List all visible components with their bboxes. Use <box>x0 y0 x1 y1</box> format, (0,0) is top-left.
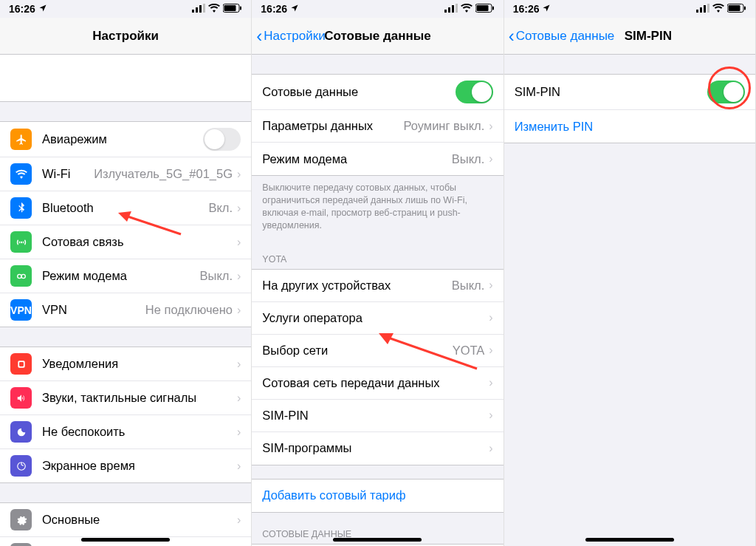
battery-icon <box>475 3 495 15</box>
row-screentime[interactable]: Экранное время › <box>0 449 251 482</box>
row-dnd[interactable]: Не беспокоить › <box>0 415 251 449</box>
label: Wi-Fi <box>42 167 94 181</box>
svg-rect-34 <box>744 7 746 10</box>
label: Авиарежим <box>42 132 203 146</box>
row-data-options[interactable]: Параметры данных Роуминг выкл. › <box>252 110 503 143</box>
label: Выбор сети <box>262 344 452 358</box>
chevron-icon: › <box>237 304 241 317</box>
row-other-devices[interactable]: На других устройствах Выкл. › <box>252 270 503 302</box>
row-change-pin[interactable]: Изменить PIN <box>504 110 755 143</box>
row-add-plan[interactable]: Добавить сотовый тариф <box>252 480 503 512</box>
chevron-icon: › <box>237 392 241 405</box>
signal-icon <box>444 3 458 15</box>
simpin-toggle[interactable] <box>707 81 745 103</box>
chevron-icon: › <box>237 270 241 283</box>
chevron-icon: › <box>489 311 492 324</box>
chevron-left-icon: ‹ <box>256 27 262 45</box>
nav-back-button[interactable]: ‹ Настройки <box>256 18 325 54</box>
nav-title: SIM-PIN <box>625 29 672 44</box>
chevron-icon: › <box>489 152 492 165</box>
group-data-usage: Текущий период 87,1 ГБ Текущий период ро… <box>252 544 503 547</box>
svg-rect-33 <box>728 5 740 11</box>
label: VPN <box>42 303 145 317</box>
row-notifications[interactable]: Уведомления › <box>0 347 251 381</box>
row-sounds[interactable]: Звуки, тактильные сигналы › <box>0 381 251 415</box>
row-carrier-services[interactable]: Услуги оператора › <box>252 302 503 335</box>
status-time: 16:26 <box>9 3 35 15</box>
chevron-icon: › <box>237 460 241 473</box>
nav-bar: ‹ Настройки Сотовые данные <box>252 18 503 55</box>
location-icon <box>290 3 299 15</box>
svg-rect-6 <box>240 7 241 10</box>
status-time: 16:26 <box>513 3 540 15</box>
chevron-icon: › <box>489 279 492 292</box>
home-indicator[interactable] <box>585 538 674 542</box>
label: Bluetooth <box>42 201 208 215</box>
label: Экранное время <box>42 459 237 473</box>
footer-text: Выключите передачу сотовых данных, чтобы… <box>252 176 503 238</box>
row-cellular-network[interactable]: Сотовая сеть передачи данных › <box>252 367 503 400</box>
svg-rect-21 <box>452 5 454 13</box>
battery-icon <box>223 3 242 15</box>
cellular-icon <box>10 231 32 253</box>
nav-back-button[interactable]: ‹ Сотовые данные <box>509 18 615 54</box>
nav-bar: Настройки <box>0 18 251 55</box>
svg-rect-5 <box>224 5 236 11</box>
row-general[interactable]: Основные › <box>0 503 251 537</box>
label: Добавить сотовый тариф <box>262 488 492 502</box>
airplane-toggle[interactable] <box>203 128 241 151</box>
row-cellular-data[interactable]: Сотовые данные <box>252 75 503 110</box>
value: Выкл. <box>452 152 484 166</box>
row-bluetooth[interactable]: Bluetooth Вкл. › <box>0 191 251 225</box>
row-sim-apps[interactable]: SIM-программы › <box>252 432 503 465</box>
svg-rect-3 <box>203 4 205 13</box>
profile-placeholder[interactable] <box>0 55 251 102</box>
row-hotspot[interactable]: Режим модема Выкл. › <box>0 259 251 293</box>
back-label: Сотовые данные <box>516 29 615 44</box>
row-cellular[interactable]: Сотовая связь › <box>0 225 251 259</box>
chevron-icon: › <box>237 236 241 249</box>
row-airplane[interactable]: Авиарежим <box>0 122 251 157</box>
label: SIM-PIN <box>515 85 707 99</box>
status-bar: 16:26 <box>0 0 251 18</box>
label: Основные <box>42 513 237 527</box>
cellular-toggle[interactable] <box>456 81 493 103</box>
chevron-icon: › <box>237 513 241 527</box>
value: Роуминг выкл. <box>403 119 484 133</box>
row-sim-pin[interactable]: SIM-PIN <box>504 75 755 110</box>
chevron-icon: › <box>237 202 241 215</box>
back-label: Настройки <box>264 29 325 44</box>
row-network-selection[interactable]: Выбор сети YOTA › <box>252 335 503 367</box>
location-icon <box>38 3 47 15</box>
label: Сотовая сеть передачи данных <box>262 376 489 390</box>
wifi-icon <box>712 3 724 15</box>
nav-bar: ‹ Сотовые данные SIM-PIN <box>504 18 755 55</box>
svg-rect-24 <box>476 5 488 11</box>
label: На других устройствах <box>262 279 452 293</box>
row-hotspot[interactable]: Режим модема Выкл. › <box>252 143 503 175</box>
svg-rect-19 <box>444 10 447 13</box>
nav-title: Сотовые данные <box>324 29 431 44</box>
chevron-icon: › <box>489 120 492 133</box>
home-indicator[interactable] <box>81 538 170 542</box>
row-sim-pin[interactable]: SIM-PIN › <box>252 400 503 432</box>
chevron-icon: › <box>489 409 492 422</box>
controlcenter-icon <box>10 543 32 546</box>
label: Режим модема <box>262 152 452 166</box>
row-vpn[interactable]: VPN VPN Не подключено › <box>0 293 251 327</box>
group-connectivity: Авиарежим Wi-Fi Излучатель_5G_#01_5G › B… <box>0 121 251 327</box>
value: Вкл. <box>208 201 233 215</box>
battery-icon <box>727 3 746 15</box>
chevron-icon: › <box>237 426 241 439</box>
home-indicator[interactable] <box>333 538 422 542</box>
label: Сотовая связь <box>42 235 237 249</box>
label: Не беспокоить <box>42 425 237 439</box>
signal-icon <box>696 3 709 15</box>
chevron-icon: › <box>489 344 492 357</box>
svg-rect-31 <box>707 4 709 13</box>
row-wifi[interactable]: Wi-Fi Излучатель_5G_#01_5G › <box>0 157 251 191</box>
chevron-icon: › <box>237 358 241 371</box>
vpn-text: VPN <box>10 304 32 316</box>
screentime-icon <box>10 455 32 477</box>
wifi-icon <box>10 163 32 185</box>
